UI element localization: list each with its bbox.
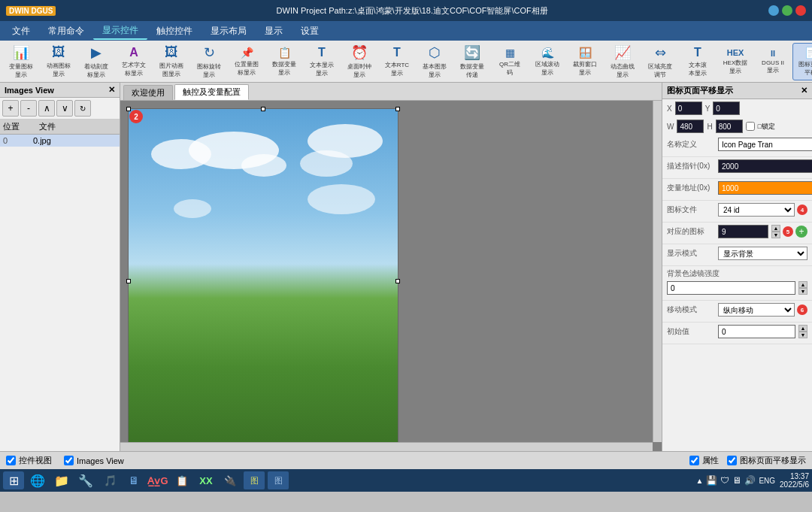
status-images-view[interactable]: Images View [64,456,124,465]
menu-touch-controls[interactable]: 触控控件 [147,23,201,39]
taskbar-app1[interactable]: A̲v̲G [147,471,168,489]
close-button[interactable] [795,5,806,16]
tool-drag-scale[interactable]: ▶ 着动刻度标显示 [78,43,114,80]
move-mode-select[interactable]: 纵向移动 [718,303,795,317]
menu-display-controls[interactable]: 显示控件 [93,23,147,40]
init-val-down[interactable]: ▼ [798,332,807,338]
name-input[interactable] [718,138,812,151]
taskbar-app3[interactable]: XX [195,471,217,489]
tray-lang[interactable]: ENG [759,477,775,485]
taskbar-media[interactable]: 🎵 [99,471,120,489]
start-button[interactable]: ⊞ [3,471,24,489]
tray-hdd[interactable]: 💾 [706,475,717,486]
y-input[interactable] [713,101,740,115]
handle-ml[interactable] [126,279,131,283]
tool-dgus2[interactable]: II DGUS II显示 [755,43,791,80]
menu-settings[interactable]: 设置 [292,23,328,39]
tray-arrow[interactable]: ▲ [695,477,703,485]
taskbar-tool1[interactable]: 🔧 [75,471,96,489]
left-panel-close[interactable]: ✕ [108,85,115,95]
right-panel-close[interactable]: ✕ [801,86,807,95]
h-input[interactable] [716,120,743,133]
init-val-up[interactable]: ▲ [798,325,807,332]
bg-filter-down[interactable]: ▼ [798,288,807,295]
handle-tr[interactable] [395,107,400,111]
minimize-button[interactable] [768,5,779,16]
bg-filter-spinner[interactable]: ▲ ▼ [798,281,807,295]
icon-trans-checkbox[interactable] [727,456,737,465]
tool-rotate-icon[interactable]: ↻ 图标旋转显示 [191,43,227,80]
tray-network[interactable]: 🖥 [732,475,741,486]
tool-crop-window[interactable]: 🪟 裁剪窗口显示 [567,43,603,80]
corr-icon-input[interactable] [718,225,768,238]
w-input[interactable] [677,120,704,133]
tool-anim-icon[interactable]: 🖼 动画图标显示 [41,43,77,80]
taskbar-app2[interactable]: 📋 [171,471,192,489]
add-icon-button[interactable]: + [795,226,807,238]
horizontal-scrollbar[interactable] [120,442,653,451]
status-widget-view[interactable]: 控件视图 [6,455,52,466]
add-image-button[interactable]: + [2,100,19,117]
tool-clock[interactable]: ⏰ 桌面时钟显示 [341,43,377,80]
handle-tl[interactable] [126,107,131,111]
canvas-container[interactable]: 2 [120,101,662,451]
bg-filter-up[interactable]: ▲ [798,281,807,288]
taskbar-app4[interactable]: 🔌 [220,471,241,489]
tool-hex[interactable]: HEX HEX数据显示 [717,43,753,80]
tab-welcome[interactable]: 欢迎使用 [123,85,173,100]
remove-image-button[interactable]: - [20,100,37,117]
tray-shield[interactable]: 🛡 [720,475,729,486]
menu-file[interactable]: 文件 [3,23,39,39]
tool-basic-shape[interactable]: ⬡ 基本图形显示 [417,43,453,80]
menu-common-commands[interactable]: 常用命令 [39,23,93,39]
var-addr-input[interactable] [718,181,812,195]
taskbar-edge[interactable]: 🌐 [27,471,48,489]
init-val-spinner[interactable]: ▲ ▼ [798,325,807,338]
list-item[interactable]: 0 0.jpg [0,135,120,147]
tab-touch-config[interactable]: 触控及变量配置 [174,84,249,100]
x-input[interactable] [675,101,702,115]
tool-data-transfer[interactable]: 🔄 数据变量传递 [454,43,490,80]
tool-qr[interactable]: ▦ QR二维码 [492,43,528,80]
lock-checkbox[interactable] [746,122,755,131]
props-checkbox[interactable] [689,456,699,465]
menu-display-layout[interactable]: 显示布局 [201,23,256,39]
maximize-button[interactable] [782,5,792,16]
handle-mr[interactable] [395,279,400,283]
taskbar-monitor[interactable]: 🖥 [123,471,144,489]
tool-pos-icon[interactable]: 📌 位置量图标显示 [229,43,265,80]
vertical-scrollbar[interactable] [653,101,662,442]
tool-area-scroll[interactable]: 🌊 区域滚动显示 [529,43,565,80]
images-view-checkbox[interactable] [64,456,74,465]
taskbar-explorer[interactable]: 📁 [51,471,72,489]
desc-ptr-input[interactable] [718,159,812,173]
taskbar-app5[interactable]: 图 [244,471,265,489]
tool-art-text[interactable]: A 艺术字文标显示 [116,43,152,80]
display-mode-label: 显示模式 [667,248,716,259]
tray-sound[interactable]: 🔊 [744,475,756,486]
tool-dynamic-curve[interactable]: 📈 动态曲线显示 [604,43,641,80]
handle-tc[interactable] [261,107,265,111]
tool-pic-anim[interactable]: 🖼 图片动画图显示 [153,43,189,80]
bg-filter-input[interactable] [667,281,795,295]
tool-text-display[interactable]: T 文本显示显示 [304,43,340,80]
menu-display[interactable]: 显示 [256,23,292,39]
tool-text-scroll[interactable]: T 文本滚本显示 [680,43,716,80]
corr-icon-spinner[interactable]: ▲ ▼ [771,225,780,238]
tool-variable-icon[interactable]: 📊 变量图标显示 [3,43,39,80]
display-mode-select[interactable]: 显示背景 [718,247,807,260]
tool-data-var[interactable]: 📋 数据变量显示 [266,43,302,80]
init-val-input[interactable] [718,325,795,338]
status-props[interactable]: 属性 图标页面平移显示 [689,455,806,466]
icon-file-select[interactable]: 24 id [718,203,795,217]
tool-brightness[interactable]: ⇔ 区域亮度调节 [642,43,678,80]
corr-icon-down[interactable]: ▼ [771,232,780,238]
refresh-image-button[interactable]: ↻ [74,100,91,117]
up-image-button[interactable]: ∧ [38,100,55,117]
corr-icon-up[interactable]: ▲ [771,225,780,232]
taskbar-app6[interactable]: 图 [268,471,289,489]
tool-icon-page-trans[interactable]: 📄 图标页面平移 1 [792,43,812,80]
widget-view-checkbox[interactable] [6,456,16,465]
tool-text-rtc[interactable]: T 文本RTC显示 [379,43,415,80]
down-image-button[interactable]: ∨ [56,100,73,117]
